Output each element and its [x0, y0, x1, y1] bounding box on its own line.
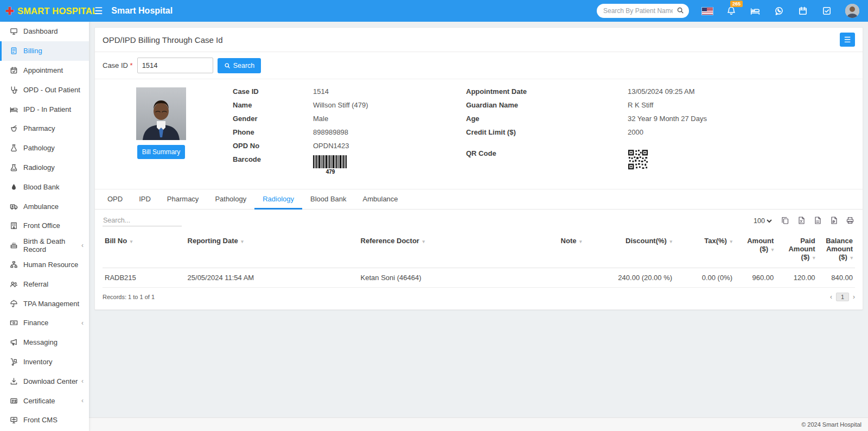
field-value: R K Stiff: [628, 101, 855, 109]
cell-amount: 960.00: [735, 268, 776, 288]
sidebar-item-billing[interactable]: Billing: [0, 41, 89, 61]
col-amount[interactable]: Amount ($) ▾: [735, 232, 776, 268]
page-title: OPD/IPD Billing Through Case Id: [103, 35, 223, 45]
sidebar-item-dashboard[interactable]: Dashboard: [0, 22, 89, 41]
sidebar-item-certificate[interactable]: Certificate ‹: [0, 391, 89, 410]
sidebar-item-pharmacy[interactable]: Pharmacy: [0, 119, 89, 138]
flask-icon: [9, 144, 18, 153]
whatsapp-icon[interactable]: [774, 5, 784, 16]
export-pdf-icon[interactable]: [829, 216, 839, 225]
sidebar-item-ipd[interactable]: IPD - In Patient: [0, 99, 89, 119]
sidebar-item-messaging[interactable]: Messaging: [0, 333, 89, 352]
sidebar-item-inventory[interactable]: Inventory: [0, 352, 89, 372]
sidebar-item-radiology[interactable]: Radiology: [0, 158, 89, 178]
sort-icon: ▾: [771, 247, 774, 252]
sidebar-item-appointment[interactable]: Appointment: [0, 61, 89, 80]
tab-pharmacy[interactable]: Pharmacy: [159, 189, 207, 210]
notifications-bell-icon[interactable]: 265: [726, 5, 737, 16]
patient-fields-right: Appointment Date 13/05/2024 09:25 AM Gua…: [466, 87, 855, 175]
export-csv-icon[interactable]: [813, 216, 822, 225]
export-excel-icon[interactable]: [797, 216, 806, 225]
tab-opd[interactable]: OPD: [99, 189, 131, 210]
sidebar-item-human-resource[interactable]: Human Resource: [0, 255, 89, 275]
required-asterisk: *: [128, 61, 133, 69]
field-label: Appointment Date: [466, 87, 628, 96]
table-toolbar: 100: [95, 210, 863, 230]
field-value: 32 Year 9 Month 27 Days: [628, 115, 855, 123]
red-cross-icon: ✚: [5, 6, 14, 16]
page-number[interactable]: 1: [836, 293, 849, 301]
print-icon[interactable]: [846, 216, 855, 225]
sort-icon: ▾: [670, 239, 673, 244]
stethoscope-icon: [9, 85, 18, 94]
sidebar-item-pathology[interactable]: Pathology: [0, 138, 89, 158]
col-reference-doctor[interactable]: Reference Doctor ▾: [359, 232, 487, 268]
sidebar-item-opd[interactable]: OPD - Out Patient: [0, 80, 89, 99]
table-search-input[interactable]: [103, 215, 182, 226]
tab-pathology[interactable]: Pathology: [207, 189, 254, 210]
sidebar-item-referral[interactable]: Referral: [0, 274, 89, 294]
col-tax[interactable]: Tax(%) ▾: [674, 232, 735, 268]
col-discount[interactable]: Discount(%) ▾: [584, 232, 674, 268]
user-avatar[interactable]: [845, 4, 859, 18]
sidebar-item-tpa-management[interactable]: TPA Management: [0, 294, 89, 313]
patient-search: [597, 4, 689, 18]
tab-radiology[interactable]: Radiology: [254, 189, 302, 210]
col-paid-amount[interactable]: Paid Amount ($) ▾: [776, 232, 817, 268]
tasks-icon[interactable]: [821, 5, 832, 16]
case-id-input[interactable]: [137, 58, 213, 73]
copyright-text: © 2024 Smart Hospital: [801, 421, 861, 428]
copy-icon[interactable]: [781, 216, 790, 225]
page-size-select[interactable]: 100: [751, 217, 774, 225]
bill-summary-button[interactable]: Bill Summary: [137, 145, 186, 159]
brand-logo[interactable]: ✚ SMART HOSPITAL: [0, 6, 89, 16]
next-page-icon[interactable]: ›: [853, 293, 855, 301]
sidebar-item-front-office[interactable]: Front Office: [0, 216, 89, 236]
chevron-left-icon: ‹: [81, 319, 84, 327]
table-row[interactable]: RADB215 25/05/2024 11:54 AM Ketan Soni (…: [103, 268, 855, 288]
patient-details: Bill Summary Case ID 1514 Name Willson S…: [95, 79, 863, 189]
certificate-icon: [9, 396, 18, 405]
sort-icon: ▾: [813, 255, 815, 261]
cell-note: [486, 268, 584, 288]
bed-status-icon[interactable]: [750, 5, 761, 16]
patient-photo: [136, 87, 186, 140]
col-reporting-date[interactable]: Reporting Date ▾: [186, 232, 359, 268]
search-button[interactable]: Search: [218, 58, 261, 73]
sort-icon: ▾: [579, 239, 582, 244]
field-label: Guardian Name: [466, 101, 628, 109]
sidebar-item-ambulance[interactable]: Ambulance: [0, 197, 89, 216]
table-header-row: Bill No ▾ Reporting Date ▾ Reference Doc…: [103, 232, 855, 268]
chevron-left-icon: ‹: [81, 397, 84, 404]
search-icon[interactable]: [676, 7, 684, 16]
blood-drop-icon: [9, 182, 18, 191]
sidebar-item-download-center[interactable]: Download Center ‹: [0, 371, 89, 391]
sidebar-item-birth-death-record[interactable]: Birth & Death Record ‹: [0, 236, 89, 255]
language-flag-icon[interactable]: [702, 5, 713, 16]
radiology-bills-table: Bill No ▾ Reporting Date ▾ Reference Doc…: [103, 232, 855, 288]
field-label: Phone: [233, 128, 313, 136]
tab-ipd[interactable]: IPD: [131, 189, 159, 210]
sort-icon: ▾: [730, 239, 733, 244]
billing-tabs: OPD IPD Pharmacy Pathology Radiology Blo…: [95, 189, 863, 210]
footer: © 2024 Smart Hospital: [89, 417, 868, 431]
col-bill-no[interactable]: Bill No ▾: [103, 232, 186, 268]
sidebar-item-blood-bank[interactable]: Blood Bank: [0, 177, 89, 197]
barcode-image: [313, 155, 348, 168]
prev-page-icon[interactable]: ‹: [830, 293, 832, 301]
appointment-icon: [9, 66, 18, 74]
chevron-left-icon: ‹: [81, 242, 84, 249]
sidebar-item-front-cms[interactable]: Front CMS: [0, 410, 89, 430]
money-icon: [9, 319, 18, 327]
sidebar-item-finance[interactable]: Finance ‹: [0, 313, 89, 333]
tab-blood-bank[interactable]: Blood Bank: [302, 189, 355, 210]
download-icon: [9, 377, 18, 385]
hamburger-menu-icon[interactable]: ☰: [94, 5, 103, 17]
card-menu-button[interactable]: ☰: [840, 33, 855, 47]
col-balance-amount[interactable]: Balance Amount ($) ▾: [818, 232, 855, 268]
radiology-icon: [9, 163, 18, 172]
patient-search-input[interactable]: [597, 4, 689, 18]
col-note[interactable]: Note ▾: [486, 232, 584, 268]
calendar-icon[interactable]: [797, 5, 808, 16]
tab-ambulance[interactable]: Ambulance: [355, 189, 406, 210]
